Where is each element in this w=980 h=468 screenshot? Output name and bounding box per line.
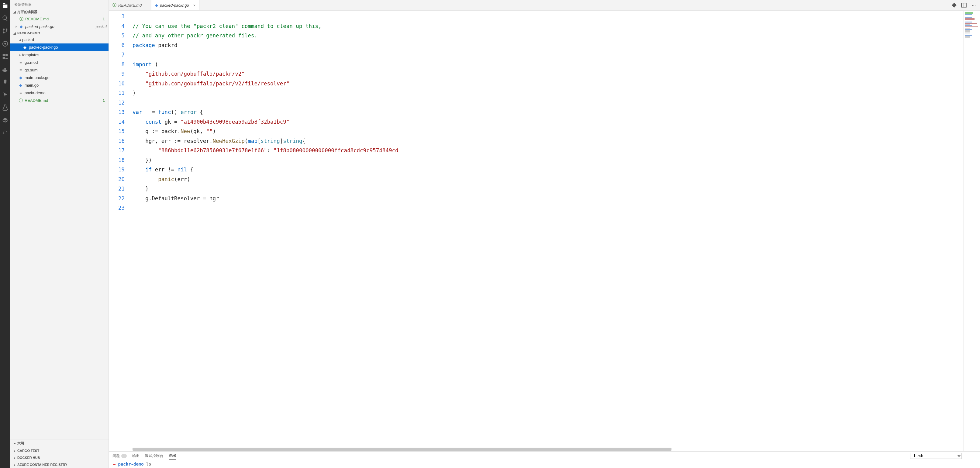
prompt-cwd: packr-demo xyxy=(118,462,143,466)
folder-item[interactable]: ▸templates xyxy=(10,51,108,59)
code-area[interactable]: // You can use the "packr2 clean" comman… xyxy=(130,11,963,451)
outline-header[interactable]: ▸大纲 xyxy=(10,439,108,447)
line-gutter: 34567891011121314151617181920212223 xyxy=(109,11,130,451)
file-item[interactable]: ◆packed-packr.go xyxy=(10,43,108,51)
split-editor-icon[interactable] xyxy=(961,2,967,8)
explorer-icon[interactable] xyxy=(2,2,9,9)
svg-point-1 xyxy=(4,43,6,45)
minimap[interactable] xyxy=(963,11,980,451)
open-editor-item[interactable]: ⓘ README.md 1 xyxy=(10,15,108,23)
file-icon: ≡ xyxy=(18,60,24,65)
search-icon[interactable] xyxy=(2,14,9,22)
info-icon: ⓘ xyxy=(18,98,24,103)
debug-console-tab[interactable]: 调试控制台 xyxy=(145,452,163,460)
beaker-icon[interactable] xyxy=(2,104,9,111)
sidebar-title: 资源管理器 xyxy=(10,0,108,9)
explorer-sidebar: 资源管理器 ◢ 打开的编辑器 ⓘ README.md 1 × ◆ packed-… xyxy=(10,0,109,468)
chevron-icon: ▸ xyxy=(18,53,22,57)
terminal-body[interactable]: → packr-demo ls xyxy=(109,460,980,468)
chevron-right-icon: ▸ xyxy=(13,456,17,460)
chevron-down-icon: ◢ xyxy=(13,32,17,35)
file-icon: ≡ xyxy=(18,68,24,72)
go-file-icon: ◆ xyxy=(155,3,158,8)
open-editors-header[interactable]: ◢ 打开的编辑器 xyxy=(10,9,108,15)
prompt-cmd: ls xyxy=(146,462,151,466)
go-file-icon: ◆ xyxy=(22,45,28,49)
terminal-select[interactable]: 1: zsh xyxy=(910,453,962,459)
cursor-icon[interactable] xyxy=(2,91,9,99)
sidebar-bottom: ▸大纲 ▸CARGO TEST ▸DOCKER HUB ▸AZURE CONTA… xyxy=(10,439,108,468)
file-item[interactable]: ≡go.mod xyxy=(10,59,108,66)
octopus-icon[interactable] xyxy=(2,78,9,86)
project-header[interactable]: ◢ PACKR-DEMO xyxy=(10,30,108,36)
tab-actions: ⋯ xyxy=(948,0,980,10)
open-editor-item[interactable]: × ◆ packed-packr.go packrd xyxy=(10,23,108,30)
terminal-tab[interactable]: 终端 xyxy=(169,452,176,460)
diamond-icon[interactable] xyxy=(951,2,957,8)
file-item[interactable]: ◆main-packr.go xyxy=(10,74,108,81)
prompt-arrow: → xyxy=(113,462,116,466)
editor-tab[interactable]: ⓘREADME.md xyxy=(109,0,151,10)
chevron-down-icon: ◢ xyxy=(13,10,17,14)
file-item[interactable]: ◆main.go xyxy=(10,81,108,89)
editor-tab[interactable]: ◆packed-packr.go× xyxy=(151,0,199,10)
tab-bar: ⓘREADME.md◆packed-packr.go× ⋯ xyxy=(109,0,980,11)
layers-icon[interactable] xyxy=(2,117,9,124)
file-item[interactable]: ≡go.sum xyxy=(10,66,108,74)
file-item[interactable]: ⓘREADME.md1 xyxy=(10,97,108,104)
output-tab[interactable]: 输出 xyxy=(132,452,140,460)
problems-tab[interactable]: 问题1 xyxy=(113,452,127,460)
close-tab-icon[interactable]: × xyxy=(193,3,196,8)
source-control-icon[interactable] xyxy=(2,27,9,35)
azure-header[interactable]: ▸AZURE CONTAINER REGISTRY xyxy=(10,461,108,468)
cargo-test-header[interactable]: ▸CARGO TEST xyxy=(10,447,108,454)
open-editors-list: ⓘ README.md 1 × ◆ packed-packr.go packrd xyxy=(10,15,108,30)
file-icon: ≡ xyxy=(18,91,24,95)
editor-group: ⓘREADME.md◆packed-packr.go× ⋯ 3456789101… xyxy=(109,0,980,468)
code-editor[interactable]: 34567891011121314151617181920212223 // Y… xyxy=(109,11,980,451)
chevron-right-icon: ▸ xyxy=(13,463,17,466)
go-file-icon: ◆ xyxy=(18,83,24,88)
docker-hub-header[interactable]: ▸DOCKER HUB xyxy=(10,454,108,461)
refresh-icon[interactable] xyxy=(2,129,9,137)
chevron-right-icon: ▸ xyxy=(13,449,17,452)
chevron-right-icon: ▸ xyxy=(13,442,17,445)
info-icon: ⓘ xyxy=(19,16,24,22)
extensions-icon[interactable] xyxy=(2,53,9,60)
folder-item[interactable]: ◢packrd xyxy=(10,36,108,43)
go-file-icon: ◆ xyxy=(19,24,24,29)
info-icon: ⓘ xyxy=(113,2,116,8)
bottom-panel: 问题1 输出 调试控制台 终端 1: zsh → packr-demo ls xyxy=(109,451,980,468)
more-icon[interactable]: ⋯ xyxy=(971,2,976,8)
activity-bar xyxy=(0,0,10,468)
go-file-icon: ◆ xyxy=(18,75,24,80)
file-item[interactable]: ≡packr-demo xyxy=(10,89,108,97)
file-tree: ◢packrd◆packed-packr.go▸templates≡go.mod… xyxy=(10,36,108,439)
panel-tabs: 问题1 输出 调试控制台 终端 1: zsh xyxy=(109,452,980,460)
docker-icon[interactable] xyxy=(2,66,9,73)
close-icon[interactable]: × xyxy=(14,24,19,29)
horizontal-scrollbar[interactable] xyxy=(132,447,962,451)
chevron-icon: ◢ xyxy=(18,38,22,41)
problems-count: 1 xyxy=(121,454,127,458)
debug-icon[interactable] xyxy=(2,40,9,48)
